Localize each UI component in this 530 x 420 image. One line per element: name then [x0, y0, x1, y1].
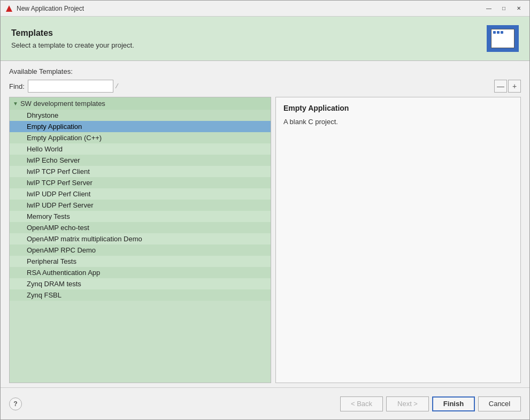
window-controls: — □ ✕ — [482, 3, 525, 14]
list-item[interactable]: Memory Tests — [10, 211, 271, 222]
app-icon — [5, 4, 13, 13]
list-item[interactable]: lwIP TCP Perf Server — [10, 177, 271, 188]
main-body: Available Templates: Find: ∕ — + ▼ SW de… — [1, 61, 529, 387]
header-title: Templates — [11, 28, 134, 38]
help-button[interactable]: ? — [9, 398, 22, 410]
header-section: Templates Select a template to create yo… — [1, 17, 529, 61]
list-item[interactable]: Zynq FSBL — [10, 289, 271, 301]
find-icon: ∕ — [117, 81, 126, 91]
title-bar: New Application Project — □ ✕ — [1, 1, 529, 17]
header-subtitle: Select a template to create your project… — [11, 41, 134, 49]
back-button[interactable]: < Back — [340, 396, 383, 411]
header-text: Templates Select a template to create yo… — [11, 28, 134, 49]
list-item[interactable]: Zynq DRAM tests — [10, 278, 271, 289]
dot-3 — [501, 31, 503, 34]
list-item[interactable]: OpenAMP echo-test — [10, 222, 271, 233]
toolbar-buttons: — + — [494, 80, 521, 93]
svg-marker-0 — [6, 5, 12, 12]
finish-button[interactable]: Finish — [432, 396, 475, 411]
list-item[interactable]: Peripheral Tests — [10, 256, 271, 267]
list-item[interactable]: lwIP UDP Perf Client — [10, 188, 271, 200]
next-button[interactable]: Next > — [386, 396, 429, 411]
header-icon-box — [487, 25, 519, 52]
tree-group-label: SW development templates — [20, 100, 105, 108]
list-item[interactable]: OpenAMP RPC Demo — [10, 245, 271, 256]
main-window: New Application Project — □ ✕ Templates … — [0, 0, 530, 420]
find-row: Find: ∕ — + — [9, 80, 521, 93]
window-title: New Application Project — [17, 5, 482, 12]
template-tree[interactable]: ▼ SW development templates Dhrystone Emp… — [9, 97, 271, 383]
list-item[interactable]: RSA Authentication App — [10, 267, 271, 278]
maximize-button[interactable]: □ — [497, 3, 510, 14]
description-title: Empty Application — [283, 104, 513, 112]
list-item[interactable]: lwIP UDP Perf Server — [10, 200, 271, 211]
find-input[interactable] — [28, 80, 113, 93]
template-icon — [491, 29, 514, 48]
tree-group-header[interactable]: ▼ SW development templates — [10, 97, 271, 110]
dialog-content: Templates Select a template to create yo… — [1, 17, 529, 419]
list-item[interactable]: OpenAMP matrix multiplication Demo — [10, 233, 271, 245]
list-item[interactable]: Dhrystone — [10, 110, 271, 121]
list-item[interactable]: Empty Application — [10, 121, 271, 132]
list-item[interactable]: Hello World — [10, 143, 271, 155]
cancel-button[interactable]: Cancel — [478, 396, 521, 411]
close-button[interactable]: ✕ — [512, 3, 525, 14]
minimize-button[interactable]: — — [482, 3, 495, 14]
description-panel: Empty Application A blank C project. — [275, 97, 521, 383]
dot-2 — [497, 31, 500, 34]
templates-area: ▼ SW development templates Dhrystone Emp… — [9, 97, 521, 383]
nav-buttons: < Back Next > Finish Cancel — [340, 396, 521, 411]
bottom-bar: ? < Back Next > Finish Cancel — [1, 387, 529, 419]
tree-arrow-icon: ▼ — [13, 101, 18, 106]
expand-button[interactable]: + — [508, 80, 521, 93]
collapse-button[interactable]: — — [494, 80, 507, 93]
list-item[interactable]: lwIP Echo Server — [10, 155, 271, 166]
description-text: A blank C project. — [283, 118, 513, 126]
list-item[interactable]: Empty Application (C++) — [10, 132, 271, 143]
available-templates-label: Available Templates: — [9, 67, 521, 75]
find-label: Find: — [9, 82, 25, 90]
list-item[interactable]: lwIP TCP Perf Client — [10, 166, 271, 177]
dot-1 — [493, 31, 496, 34]
